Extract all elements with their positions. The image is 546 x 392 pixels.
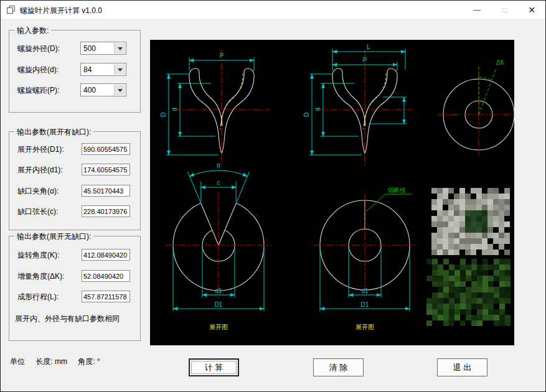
cad-canvas: P D d L P D d — [150, 40, 514, 345]
combo-value: 84 — [83, 65, 92, 74]
units-bar: 单位 长度: mm 角度: ° — [10, 357, 109, 367]
output-notch-group-title: 输出参数(展开有缺口): — [14, 127, 93, 138]
expanded-inner-diameter-field[interactable] — [82, 164, 130, 175]
output-notch-group: 输出参数(展开有缺口): 展开外径(D1): 展开内径(d1): 缺口夹角(α)… — [9, 131, 141, 230]
notch-angle-field[interactable] — [82, 185, 130, 197]
rotation-angle-field[interactable] — [82, 249, 130, 261]
exit-button[interactable]: 退 出 — [437, 358, 487, 376]
dim-label-delta-k: ΔK — [496, 59, 505, 66]
dim-label-alpha: α — [217, 162, 220, 169]
same-diameter-note: 展开内、外径与有缺口参数相同 — [15, 314, 120, 324]
app-window: 螺旋叶片展开计算 v1.0.0 — □ ✕ 输入参数: 螺旋外径(D): 500… — [0, 0, 546, 392]
clear-button[interactable]: 清 除 — [313, 358, 364, 376]
output-plain-group-title: 输出参数(展开无缺口): — [14, 231, 93, 242]
units-label: 单位 — [10, 357, 25, 366]
dim-label-pitch: P — [363, 57, 367, 63]
titlebar: 螺旋叶片展开计算 v1.0.0 — □ ✕ — [1, 1, 545, 19]
dim-label-d1: d1 — [361, 287, 369, 294]
forming-stroke-label: 成形行程(L): — [17, 292, 59, 302]
dim-label-D1: D1 — [215, 301, 223, 308]
minimize-button[interactable]: — — [463, 1, 491, 19]
dim-label-pitch: P — [220, 52, 224, 59]
expanded-outer-diameter-label: 展开外径(D1): — [17, 144, 64, 155]
notch-chord-label: 缺口弦长(c): — [17, 207, 58, 217]
helix-inner-diameter-label: 螺旋内径(d): — [17, 65, 59, 75]
forming-stroke-field[interactable] — [82, 291, 130, 302]
maximize-button[interactable]: □ — [491, 1, 518, 19]
drawing-area: P D d L P D d — [150, 40, 514, 345]
output-plain-group: 输出参数(展开无缺口): 旋转角度(K): 增量角度(ΔK): 成形行程(L):… — [9, 236, 141, 341]
helix-outer-diameter-combo[interactable]: 500 — [80, 42, 126, 55]
dim-label-inner-d: d — [314, 108, 321, 111]
dim-label-D1: D1 — [361, 301, 369, 308]
window-title: 螺旋叶片展开计算 v1.0.0 — [20, 6, 102, 16]
window-controls: — □ ✕ — [463, 1, 545, 19]
increment-angle-field[interactable] — [82, 270, 130, 282]
notch-chord-field[interactable] — [82, 205, 130, 217]
dim-label-stroke: L — [367, 44, 370, 50]
expanded-inner-diameter-label: 展开内径(d1): — [17, 165, 63, 175]
angle-unit: 角度: ° — [78, 357, 100, 366]
dim-label-inner-d: d — [171, 108, 178, 111]
app-icon — [6, 5, 16, 14]
dim-label-d1: d1 — [215, 287, 222, 294]
dropdown-arrow-icon[interactable] — [114, 43, 125, 54]
dim-label-chord: c — [217, 179, 220, 186]
dim-label-outer-d: D — [303, 112, 310, 116]
dim-label-outer-d: D — [160, 112, 167, 116]
rotation-angle-label: 旋转角度(K): — [17, 250, 59, 261]
input-params-group: 输入参数: 螺旋外径(D): 500 螺旋内径(d): 84 螺旋螺距(P): … — [9, 30, 141, 113]
input-params-group-title: 输入参数: — [14, 26, 51, 36]
helix-outer-diameter-label: 螺旋外径(D): — [17, 44, 60, 54]
helix-inner-diameter-combo[interactable]: 84 — [80, 63, 126, 76]
dropdown-arrow-icon[interactable] — [114, 64, 125, 75]
combo-value: 400 — [83, 86, 96, 95]
helix-pitch-label: 螺旋螺距(P): — [17, 85, 59, 96]
increment-angle-label: 增量角度(ΔK): — [17, 271, 64, 282]
cut-line-label: 切断线 — [387, 187, 406, 194]
expanded-view-caption: 展开图 — [355, 324, 374, 330]
helix-pitch-combo[interactable]: 400 — [80, 83, 126, 96]
combo-value: 500 — [83, 44, 96, 53]
length-unit: 长度: mm — [35, 357, 67, 366]
dropdown-arrow-icon[interactable] — [114, 85, 125, 95]
blurred-watermark-bottom — [426, 259, 511, 326]
expanded-view-caption: 展开图 — [209, 324, 228, 330]
expanded-outer-diameter-field[interactable] — [82, 143, 130, 155]
notch-angle-label: 缺口夹角(α): — [17, 186, 59, 197]
calculate-button[interactable]: 计 算 — [189, 358, 239, 376]
close-button[interactable]: ✕ — [518, 1, 545, 19]
